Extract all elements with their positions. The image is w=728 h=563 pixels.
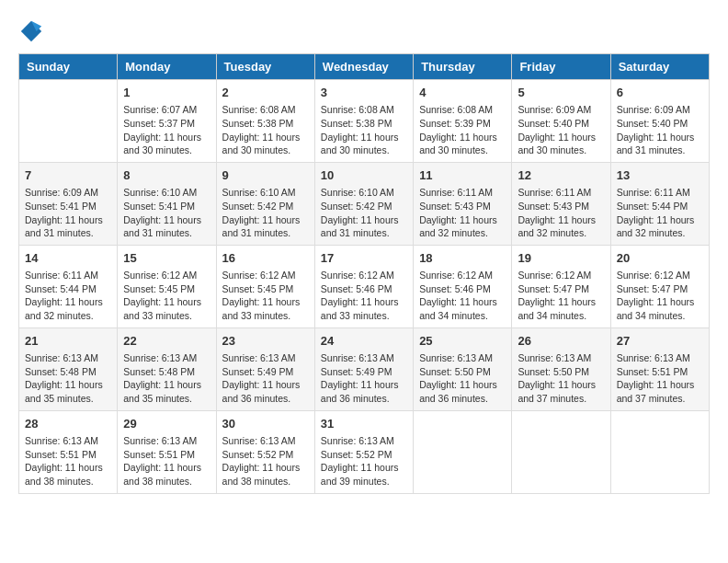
day-cell: 26Sunrise: 6:13 AM Sunset: 5:50 PM Dayli…: [512, 327, 610, 410]
day-number: 15: [123, 250, 210, 267]
day-number: 31: [321, 416, 407, 432]
day-number: 10: [321, 167, 407, 184]
day-number: 18: [419, 250, 506, 267]
day-info: Sunrise: 6:11 AM Sunset: 5:43 PM Dayligh…: [419, 186, 506, 240]
day-number: 21: [25, 333, 111, 350]
day-header-friday: Friday: [512, 54, 610, 80]
day-info: Sunrise: 6:13 AM Sunset: 5:49 PM Dayligh…: [321, 351, 407, 406]
day-number: 8: [123, 167, 210, 184]
day-cell: 24Sunrise: 6:13 AM Sunset: 5:49 PM Dayli…: [314, 327, 413, 410]
day-info: Sunrise: 6:07 AM Sunset: 5:37 PM Dayligh…: [123, 103, 210, 157]
day-cell: 18Sunrise: 6:12 AM Sunset: 5:46 PM Dayli…: [414, 245, 512, 327]
week-row-4: 21Sunrise: 6:13 AM Sunset: 5:48 PM Dayli…: [19, 327, 710, 410]
day-cell: 20Sunrise: 6:12 AM Sunset: 5:47 PM Dayli…: [610, 245, 709, 327]
day-cell: 2Sunrise: 6:08 AM Sunset: 5:38 PM Daylig…: [216, 80, 314, 163]
day-info: Sunrise: 6:13 AM Sunset: 5:50 PM Dayligh…: [518, 351, 604, 406]
svg-marker-0: [21, 21, 41, 41]
day-info: Sunrise: 6:12 AM Sunset: 5:46 PM Dayligh…: [321, 269, 407, 323]
day-number: 25: [419, 333, 506, 350]
day-header-monday: Monday: [118, 54, 216, 80]
page-header: [18, 18, 710, 44]
day-cell: 12Sunrise: 6:11 AM Sunset: 5:43 PM Dayli…: [512, 162, 610, 245]
day-info: Sunrise: 6:13 AM Sunset: 5:52 PM Dayligh…: [321, 434, 407, 488]
day-info: Sunrise: 6:10 AM Sunset: 5:41 PM Dayligh…: [123, 186, 210, 240]
day-number: 4: [419, 85, 506, 101]
day-number: 27: [617, 333, 703, 350]
day-info: Sunrise: 6:10 AM Sunset: 5:42 PM Dayligh…: [222, 186, 309, 240]
day-number: 7: [25, 167, 111, 184]
day-number: 12: [518, 167, 604, 184]
day-number: 5: [518, 85, 604, 101]
day-cell: 4Sunrise: 6:08 AM Sunset: 5:39 PM Daylig…: [414, 80, 512, 163]
day-info: Sunrise: 6:13 AM Sunset: 5:48 PM Dayligh…: [123, 351, 210, 406]
day-info: Sunrise: 6:12 AM Sunset: 5:47 PM Dayligh…: [518, 269, 604, 323]
day-number: 29: [123, 416, 210, 432]
day-header-sunday: Sunday: [19, 54, 118, 80]
day-number: 13: [617, 167, 703, 184]
day-number: 30: [222, 416, 309, 432]
day-header-tuesday: Tuesday: [216, 54, 314, 80]
day-header-thursday: Thursday: [414, 54, 512, 80]
day-info: Sunrise: 6:08 AM Sunset: 5:39 PM Dayligh…: [419, 103, 506, 157]
day-info: Sunrise: 6:12 AM Sunset: 5:46 PM Dayligh…: [419, 269, 506, 323]
day-cell: 31Sunrise: 6:13 AM Sunset: 5:52 PM Dayli…: [314, 410, 413, 493]
day-cell: 30Sunrise: 6:13 AM Sunset: 5:52 PM Dayli…: [216, 410, 314, 493]
day-info: Sunrise: 6:13 AM Sunset: 5:48 PM Dayligh…: [25, 351, 111, 406]
day-number: 19: [518, 250, 604, 267]
day-info: Sunrise: 6:12 AM Sunset: 5:45 PM Dayligh…: [123, 269, 210, 323]
day-cell: [19, 80, 118, 163]
day-info: Sunrise: 6:08 AM Sunset: 5:38 PM Dayligh…: [321, 103, 407, 157]
day-number: 20: [617, 250, 703, 267]
week-row-1: 1Sunrise: 6:07 AM Sunset: 5:37 PM Daylig…: [19, 80, 710, 163]
day-cell: 8Sunrise: 6:10 AM Sunset: 5:41 PM Daylig…: [118, 162, 216, 245]
calendar-header: SundayMondayTuesdayWednesdayThursdayFrid…: [19, 54, 710, 80]
day-cell: 21Sunrise: 6:13 AM Sunset: 5:48 PM Dayli…: [19, 327, 118, 410]
logo-icon: [18, 18, 44, 44]
day-info: Sunrise: 6:13 AM Sunset: 5:51 PM Dayligh…: [617, 351, 703, 406]
day-number: 17: [321, 250, 407, 267]
day-cell: 17Sunrise: 6:12 AM Sunset: 5:46 PM Dayli…: [314, 245, 413, 327]
day-cell: [512, 410, 610, 493]
day-cell: 27Sunrise: 6:13 AM Sunset: 5:51 PM Dayli…: [610, 327, 709, 410]
day-number: 6: [617, 85, 703, 101]
day-info: Sunrise: 6:10 AM Sunset: 5:42 PM Dayligh…: [321, 186, 407, 240]
day-cell: 25Sunrise: 6:13 AM Sunset: 5:50 PM Dayli…: [414, 327, 512, 410]
day-cell: [610, 410, 709, 493]
day-info: Sunrise: 6:13 AM Sunset: 5:51 PM Dayligh…: [123, 434, 210, 488]
day-cell: 15Sunrise: 6:12 AM Sunset: 5:45 PM Dayli…: [118, 245, 216, 327]
day-info: Sunrise: 6:13 AM Sunset: 5:49 PM Dayligh…: [222, 351, 309, 406]
day-number: 1: [123, 85, 210, 101]
day-cell: 22Sunrise: 6:13 AM Sunset: 5:48 PM Dayli…: [118, 327, 216, 410]
day-number: 24: [321, 333, 407, 350]
day-number: 16: [222, 250, 309, 267]
day-cell: [414, 410, 512, 493]
calendar-table: SundayMondayTuesdayWednesdayThursdayFrid…: [18, 53, 710, 494]
day-cell: 10Sunrise: 6:10 AM Sunset: 5:42 PM Dayli…: [314, 162, 413, 245]
day-cell: 13Sunrise: 6:11 AM Sunset: 5:44 PM Dayli…: [610, 162, 709, 245]
day-info: Sunrise: 6:12 AM Sunset: 5:45 PM Dayligh…: [222, 269, 309, 323]
week-row-2: 7Sunrise: 6:09 AM Sunset: 5:41 PM Daylig…: [19, 162, 710, 245]
day-cell: 23Sunrise: 6:13 AM Sunset: 5:49 PM Dayli…: [216, 327, 314, 410]
day-cell: 7Sunrise: 6:09 AM Sunset: 5:41 PM Daylig…: [19, 162, 118, 245]
day-info: Sunrise: 6:09 AM Sunset: 5:40 PM Dayligh…: [518, 103, 604, 157]
day-number: 3: [321, 85, 407, 101]
day-info: Sunrise: 6:09 AM Sunset: 5:41 PM Dayligh…: [25, 186, 111, 240]
day-cell: 19Sunrise: 6:12 AM Sunset: 5:47 PM Dayli…: [512, 245, 610, 327]
day-cell: 9Sunrise: 6:10 AM Sunset: 5:42 PM Daylig…: [216, 162, 314, 245]
day-number: 23: [222, 333, 309, 350]
week-row-5: 28Sunrise: 6:13 AM Sunset: 5:51 PM Dayli…: [19, 410, 710, 493]
day-header-wednesday: Wednesday: [314, 54, 413, 80]
day-info: Sunrise: 6:13 AM Sunset: 5:50 PM Dayligh…: [419, 351, 506, 406]
day-info: Sunrise: 6:12 AM Sunset: 5:47 PM Dayligh…: [617, 269, 703, 323]
day-cell: 29Sunrise: 6:13 AM Sunset: 5:51 PM Dayli…: [118, 410, 216, 493]
day-number: 2: [222, 85, 309, 101]
day-info: Sunrise: 6:11 AM Sunset: 5:43 PM Dayligh…: [518, 186, 604, 240]
day-number: 11: [419, 167, 506, 184]
day-header-saturday: Saturday: [610, 54, 709, 80]
day-info: Sunrise: 6:09 AM Sunset: 5:40 PM Dayligh…: [617, 103, 703, 157]
day-info: Sunrise: 6:08 AM Sunset: 5:38 PM Dayligh…: [222, 103, 309, 157]
header-row: SundayMondayTuesdayWednesdayThursdayFrid…: [19, 54, 710, 80]
week-row-3: 14Sunrise: 6:11 AM Sunset: 5:44 PM Dayli…: [19, 245, 710, 327]
day-cell: 11Sunrise: 6:11 AM Sunset: 5:43 PM Dayli…: [414, 162, 512, 245]
day-cell: 5Sunrise: 6:09 AM Sunset: 5:40 PM Daylig…: [512, 80, 610, 163]
